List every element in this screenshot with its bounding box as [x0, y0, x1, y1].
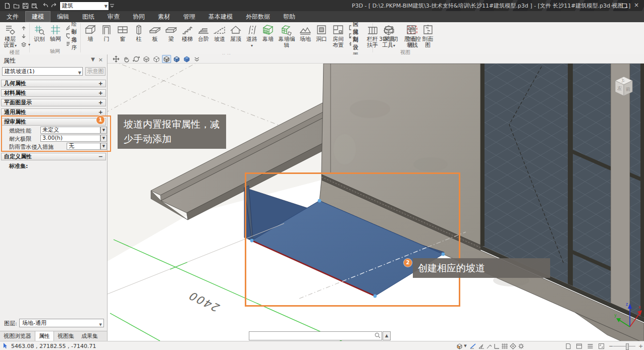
floor-settings-button[interactable]: 楼层设置▾ — [2, 23, 18, 49]
open-file-icon[interactable] — [12, 2, 20, 10]
ortho-mode-button[interactable] — [469, 342, 476, 349]
wireframe-style-button[interactable] — [142, 55, 151, 63]
menu-tab-file[interactable]: 文件 — [0, 11, 25, 22]
redo-icon[interactable] — [49, 2, 58, 10]
grid-recognize-icon — [33, 24, 45, 36]
section-geometry[interactable]: 几何属性+ — [1, 80, 106, 87]
door-button[interactable]: 门 — [99, 23, 114, 43]
tab-result-set[interactable]: 成果集 — [78, 331, 101, 341]
new-file-icon[interactable] — [3, 2, 11, 10]
slab-button[interactable]: 板 — [147, 23, 163, 43]
ramp-icon — [213, 24, 226, 36]
grid-axis-button[interactable]: 轴网 — [48, 23, 63, 43]
pan-button[interactable] — [122, 55, 131, 63]
cursor-coordinates: 5463.08 , 27182.55 , -7140.71 — [11, 343, 96, 349]
menu-tab-drawing[interactable]: 图纸 — [76, 11, 101, 22]
zoom-in-button[interactable]: + — [637, 342, 644, 349]
orbit-button[interactable] — [132, 55, 141, 63]
snap-mode-dropdown[interactable]: ▼ — [463, 342, 467, 349]
full-screen-button[interactable] — [598, 342, 605, 349]
ramp-button[interactable]: 坡道 — [212, 23, 227, 43]
minimize-button[interactable] — [609, 2, 618, 9]
diagram-button[interactable]: 示意图 — [85, 67, 105, 76]
menu-tab-manage[interactable]: 管理 — [177, 11, 202, 22]
more-styles-button[interactable] — [192, 55, 201, 63]
concrete-pier[interactable] — [611, 64, 630, 312]
beam-button[interactable]: 梁 — [164, 23, 179, 43]
restore-button[interactable] — [620, 2, 629, 9]
tab-properties[interactable]: 属性 — [35, 331, 54, 341]
menu-tab-material[interactable]: 素材 — [151, 11, 177, 22]
snap-mode-button[interactable] — [456, 342, 463, 349]
menu-tab-modeling[interactable]: 建模 — [25, 11, 50, 22]
object-snap-tracking-button[interactable] — [486, 342, 493, 349]
perpendicular-button[interactable] — [493, 342, 501, 349]
settings-gear-button[interactable] — [517, 342, 525, 349]
save-icon[interactable] — [21, 2, 29, 10]
view-list-button[interactable] — [586, 342, 594, 349]
menu-tab-help[interactable]: 帮助 — [277, 11, 302, 22]
element-type-combobox[interactable]: 建筑坡道(1)▼ — [2, 67, 83, 76]
layer-combobox[interactable]: 场地-通用 ▼ — [19, 319, 104, 327]
tab-view-browser[interactable]: 视图浏览器 — [0, 331, 35, 341]
close-button[interactable]: × — [632, 2, 641, 9]
menu-tab-external-data[interactable]: 外部数据 — [239, 11, 277, 22]
room-layout-button[interactable]: 房间布置 — [330, 23, 346, 49]
grid-display-button[interactable] — [501, 342, 508, 349]
viewcube-left-label[interactable]: 左 — [617, 86, 622, 91]
section-material[interactable]: 材料属性+ — [1, 89, 106, 97]
profile-combobox[interactable]: 建筑▼ — [60, 2, 109, 11]
section-plan-display[interactable]: 平面图显示+ — [1, 99, 106, 106]
object-snap-button[interactable] — [509, 342, 517, 349]
shaded-cube-icon — [163, 55, 170, 63]
single-view-button[interactable] — [575, 342, 583, 349]
quick-access-customize-icon[interactable] — [108, 2, 116, 10]
opening-button[interactable]: 洞口 — [314, 23, 329, 43]
viewcube-front-label[interactable]: 前 — [626, 87, 630, 92]
search-expand-button[interactable]: ▲ — [383, 331, 391, 340]
shaded-style-button[interactable] — [162, 55, 171, 63]
grid-recognize-button[interactable]: 识别 — [32, 23, 47, 43]
new-view-button[interactable] — [564, 342, 572, 349]
grid-sort-button[interactable]: 排序 — [65, 40, 80, 48]
site-button[interactable]: 场地 — [298, 23, 313, 43]
arrow-up-icon — [21, 25, 27, 31]
curtain-wall-edit-button[interactable]: 幕墙编辑 — [277, 23, 297, 49]
save-as-icon[interactable] — [30, 2, 38, 10]
menu-tab-edit[interactable]: 编辑 — [50, 11, 76, 22]
undo-icon[interactable] — [41, 2, 49, 10]
hidden-line-style-button[interactable] — [152, 55, 161, 63]
zoom-extents-button[interactable] — [112, 55, 121, 63]
3d-cut-tool-button[interactable]: 3D剖切工具▾ — [375, 23, 402, 49]
wall-button[interactable]: 墙 — [83, 23, 98, 43]
elevation-view-button[interactable]: 立面图 — [403, 23, 419, 49]
area-divide-icon — [349, 33, 351, 39]
road-button[interactable]: 道路▾ — [244, 23, 259, 49]
section-custom[interactable]: 自定义属性− — [1, 153, 106, 160]
command-search-input[interactable] — [249, 331, 382, 340]
curtain-wall-icon — [262, 24, 274, 36]
zoom-slider-track[interactable] — [613, 346, 635, 346]
realistic-style-button[interactable] — [182, 55, 191, 63]
panel-close-icon[interactable]: × — [98, 56, 103, 63]
section-view-button[interactable]: 剖面图 — [420, 23, 436, 49]
shaded-edges-style-button[interactable] — [172, 55, 181, 63]
stair-button[interactable]: 楼梯 — [180, 23, 195, 43]
layer-label: 图层: — [4, 320, 17, 327]
step-button[interactable]: 台阶 — [196, 23, 211, 43]
roof-button[interactable]: 屋顶 — [228, 23, 243, 43]
column-button[interactable]: 柱 — [131, 23, 146, 43]
menu-tab-basic-modeling[interactable]: 基本建模 — [202, 11, 239, 22]
panel-collapse-icon[interactable]: ▼ — [91, 56, 95, 62]
polar-tracking-button[interactable] — [477, 342, 485, 349]
menu-tab-review[interactable]: 审查 — [101, 11, 126, 22]
section-common[interactable]: 通用属性+ — [1, 108, 106, 116]
chevron-down-icon: ▼ — [78, 69, 81, 77]
curtain-wall-button[interactable]: 幕墙 — [260, 23, 276, 43]
room-setting-button[interactable]: 房间设置 — [348, 40, 363, 48]
tab-view-set[interactable]: 视图集 — [54, 331, 78, 341]
window-button[interactable]: 窗 — [115, 23, 130, 43]
view-cube[interactable]: 上 左 前 — [615, 77, 632, 96]
zoom-slider-handle[interactable] — [626, 343, 629, 350]
menu-tab-collaborate[interactable]: 协同 — [126, 11, 151, 22]
